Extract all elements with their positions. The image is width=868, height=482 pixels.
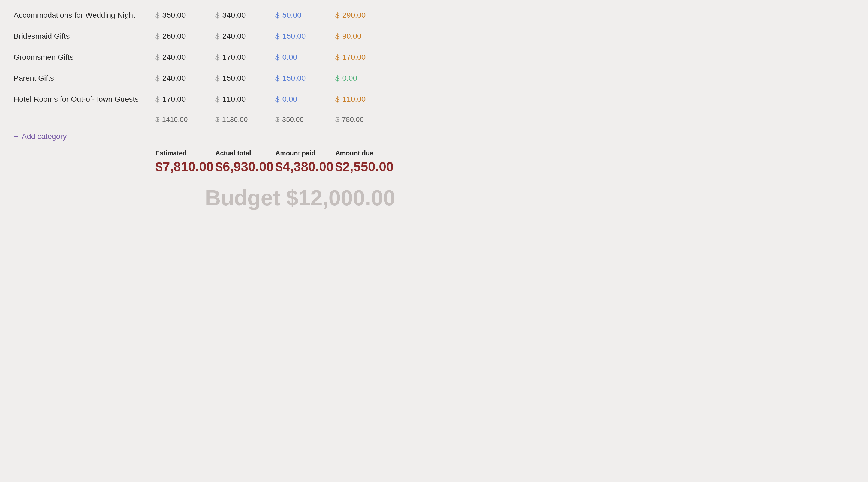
dollar-sign: $ — [335, 32, 340, 41]
total-due-cell: $ 780.00 — [335, 115, 395, 124]
actual-cell: $ 170.00 — [215, 53, 275, 62]
due-value: 110.00 — [342, 95, 366, 103]
dollar-sign: $ — [335, 53, 340, 62]
total-actual-value: 1130.00 — [222, 115, 248, 124]
paid-value: 150.00 — [282, 74, 306, 83]
due-cell: $ 0.00 — [335, 74, 395, 83]
actual-cell: $ 240.00 — [215, 32, 275, 41]
estimated-cell: $ 350.00 — [155, 11, 215, 20]
dollar-sign: $ — [155, 95, 160, 103]
table-row: Hotel Rooms for Out-of-Town Guests $ 170… — [13, 89, 395, 110]
dollar-sign: $ — [155, 74, 160, 83]
dollar-sign: $ — [215, 95, 220, 103]
dollar-sign: $ — [215, 32, 220, 41]
estimated-value: 170.00 — [162, 95, 186, 103]
dollar-sign: $ — [215, 11, 220, 20]
category-name: Parent Gifts — [13, 74, 155, 83]
dollar-sign: $ — [155, 115, 159, 124]
dollar-sign: $ — [335, 11, 340, 20]
estimated-value: 350.00 — [162, 11, 186, 20]
dollar-sign: $ — [275, 95, 280, 103]
dollar-sign: $ — [155, 32, 160, 41]
due-value: 170.00 — [342, 53, 366, 62]
dollar-sign: $ — [275, 74, 280, 83]
due-label: Amount due — [335, 149, 373, 157]
actual-value: 340.00 — [222, 11, 246, 20]
estimated-label: Estimated — [155, 149, 187, 157]
actual-label: Actual total — [215, 149, 251, 157]
actual-value: 110.00 — [222, 95, 246, 103]
due-value: 0.00 — [342, 74, 358, 83]
actual-cell: $ 110.00 — [215, 95, 275, 103]
dollar-sign: $ — [275, 53, 280, 62]
total-due-value: 780.00 — [342, 115, 364, 124]
due-cell: $ 170.00 — [335, 53, 395, 62]
estimated-cell: $ 240.00 — [155, 53, 215, 62]
dollar-sign: $ — [335, 115, 339, 124]
total-estimated-value: 1410.00 — [162, 115, 188, 124]
due-cell: $ 110.00 — [335, 95, 395, 103]
paid-cell: $ 0.00 — [275, 53, 335, 62]
actual-cell: $ 150.00 — [215, 74, 275, 83]
category-name: Hotel Rooms for Out-of-Town Guests — [13, 95, 155, 103]
estimated-value: $7,810.00 — [155, 159, 214, 174]
dollar-sign: $ — [335, 74, 340, 83]
estimated-value: 260.00 — [162, 32, 186, 41]
budget-table: Accommodations for Wedding Night $ 350.0… — [13, 8, 395, 210]
summary-estimated-col: Estimated $7,810.00 — [155, 149, 215, 174]
paid-value: 0.00 — [282, 95, 298, 103]
due-value: 90.00 — [342, 32, 362, 41]
paid-value: $4,380.00 — [275, 159, 334, 174]
due-value: 290.00 — [342, 11, 366, 20]
actual-value: 150.00 — [222, 74, 246, 83]
dollar-sign: $ — [275, 32, 280, 41]
estimated-cell: $ 240.00 — [155, 74, 215, 83]
due-cell: $ 290.00 — [335, 11, 395, 20]
estimated-value: 240.00 — [162, 74, 186, 83]
category-name: Groomsmen Gifts — [13, 53, 155, 62]
dollar-sign: $ — [155, 11, 160, 20]
total-paid-value: 350.00 — [282, 115, 304, 124]
estimated-cell: $ 260.00 — [155, 32, 215, 41]
dollar-sign: $ — [275, 11, 280, 20]
add-category-label: Add category — [22, 132, 67, 141]
table-row: Accommodations for Wedding Night $ 350.0… — [13, 8, 395, 26]
totals-row: $ 1410.00 $ 1130.00 $ 350.00 $ 780.00 — [13, 110, 395, 126]
category-name: Bridesmaid Gifts — [13, 32, 155, 41]
estimated-cell: $ 170.00 — [155, 95, 215, 103]
budget-total-label: Budget $12,000.00 — [205, 186, 395, 210]
paid-value: 0.00 — [282, 53, 298, 62]
paid-value: 50.00 — [282, 11, 302, 20]
summary-actual-col: Actual total $6,930.00 — [215, 149, 275, 174]
paid-label: Amount paid — [275, 149, 315, 157]
table-row: Bridesmaid Gifts $ 260.00 $ 240.00 $ 150… — [13, 26, 395, 47]
add-category-button[interactable]: + Add category — [13, 132, 395, 141]
total-estimated-cell: $ 1410.00 — [155, 115, 215, 124]
dollar-sign: $ — [155, 53, 160, 62]
due-cell: $ 90.00 — [335, 32, 395, 41]
actual-value: $6,930.00 — [215, 159, 274, 174]
paid-cell: $ 50.00 — [275, 11, 335, 20]
estimated-value: 240.00 — [162, 53, 186, 62]
actual-value: 170.00 — [222, 53, 246, 62]
paid-cell: $ 0.00 — [275, 95, 335, 103]
table-row: Groomsmen Gifts $ 240.00 $ 170.00 $ 0.00… — [13, 47, 395, 68]
total-actual-cell: $ 1130.00 — [215, 115, 275, 124]
plus-icon: + — [13, 132, 19, 141]
dollar-sign: $ — [215, 74, 220, 83]
actual-cell: $ 340.00 — [215, 11, 275, 20]
summary-due-col: Amount due $2,550.00 — [335, 149, 395, 174]
due-value: $2,550.00 — [335, 159, 394, 174]
paid-cell: $ 150.00 — [275, 32, 335, 41]
category-name: Accommodations for Wedding Night — [13, 11, 155, 20]
dollar-sign: $ — [275, 115, 279, 124]
actual-value: 240.00 — [222, 32, 246, 41]
dollar-sign: $ — [215, 115, 219, 124]
summary-section: Estimated $7,810.00 Actual total $6,930.… — [13, 149, 395, 210]
paid-value: 150.00 — [282, 32, 306, 41]
dollar-sign: $ — [215, 53, 220, 62]
dollar-sign: $ — [335, 95, 340, 103]
total-paid-cell: $ 350.00 — [275, 115, 335, 124]
paid-cell: $ 150.00 — [275, 74, 335, 83]
summary-paid-col: Amount paid $4,380.00 — [275, 149, 335, 174]
